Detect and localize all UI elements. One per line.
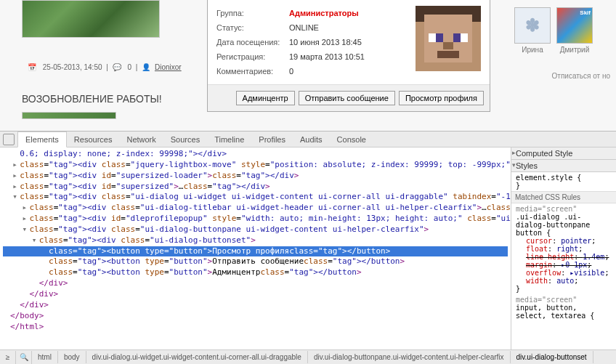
dom-node[interactable]: ▾class="tag"><div class="ui-dialog-butto… (3, 235, 508, 246)
devtools-tab-elements[interactable]: Elements (17, 132, 67, 147)
friend-item[interactable]: ✽Ирина (514, 7, 551, 54)
profile-dialog: Группа:АдминистраторыСтатус:ONLINEДата п… (207, 0, 490, 112)
post-headline[interactable]: ВОЗОБНОВЛЕНИЕ РАБОТЫ! (22, 93, 196, 105)
devtools-tab-sources[interactable]: Sources (163, 132, 207, 147)
friend-avatar[interactable]: ✽ (514, 7, 551, 44)
dom-node[interactable]: ▸class="tag"><div id="dleprofilepopup" s… (3, 214, 508, 225)
profile-field-value: 10 июня 2013 18:45 (289, 38, 362, 46)
profile-field-value: ONLINE (289, 23, 319, 32)
dom-node[interactable]: ▸class="tag"><div id="supersized-loader"… (3, 171, 508, 182)
dom-node[interactable]: </html> (3, 322, 508, 333)
profile-field-label: Группа: (216, 9, 289, 17)
calendar-icon: 📅 (28, 63, 36, 71)
computed-style-section[interactable]: Computed Style (511, 147, 616, 160)
devtools-tab-resources[interactable]: Resources (67, 132, 120, 147)
devtools-tab-profiles[interactable]: Profiles (251, 132, 293, 147)
profile-field-value: 19 марта 2013 10:51 (289, 52, 365, 61)
dom-node[interactable]: class="tag"><button type="button">Отправ… (3, 256, 508, 267)
dom-node[interactable]: </div> (3, 278, 508, 289)
css-rule[interactable]: media="screen"input, button, select, tex… (511, 294, 616, 321)
dom-node[interactable]: </body> (3, 311, 508, 322)
element-style-block[interactable]: element.style { } (516, 174, 581, 190)
breadcrumb-item[interactable]: div.ui-dialog.ui-widget.ui-widget-conten… (86, 351, 308, 363)
friend-avatar[interactable] (556, 7, 593, 44)
post-date: 25-05-2013, 14:50 (43, 63, 102, 71)
profile-field-value: 0 (289, 67, 293, 76)
console-toggle-icon[interactable]: ≥ (0, 351, 16, 364)
devtools-panel: ElementsResourcesNetworkSourcesTimelineP… (0, 131, 616, 364)
dom-node[interactable]: ▸class="tag"><div class="jquery-lightbox… (3, 160, 508, 171)
unsubscribe-link[interactable]: Отписаться от но (514, 72, 616, 80)
friend-name: Дмитрий (556, 46, 593, 54)
dom-node[interactable]: ▾class="tag"><div class="ui-dialog ui-wi… (3, 192, 508, 203)
comment-icon: 💬 (113, 63, 121, 71)
css-rule[interactable]: media="screen".ui-dialog .ui-dialog-butt… (511, 203, 616, 294)
matched-rules-header: Matched CSS Rules (511, 191, 616, 203)
elements-tree[interactable]: 0.6; display: none; z-index: 99998;"></d… (0, 147, 511, 349)
post-comments-count: 0 (127, 63, 131, 71)
devtools-menu-icon[interactable] (3, 134, 15, 145)
post-thumbnail[interactable] (22, 0, 160, 38)
dom-node[interactable]: ▾class="tag"><div class="ui-dialog-butto… (3, 225, 508, 235)
breadcrumb-item[interactable]: html (32, 351, 58, 363)
profile-field-label: Статус: (216, 23, 289, 32)
profile-field-label: Дата посещения: (216, 38, 289, 46)
profile-avatar[interactable] (416, 6, 481, 71)
user-icon: 👤 (142, 63, 150, 71)
dom-node[interactable]: 0.6; display: none; z-index: 99998;"></d… (3, 149, 508, 160)
inspect-icon[interactable]: 🔍 (16, 351, 32, 364)
profile-field-value: Администраторы (289, 9, 359, 17)
dom-node[interactable]: </div> (3, 300, 508, 311)
send-message-button[interactable]: Отправить сообщение (299, 91, 395, 105)
friend-name: Ирина (514, 46, 551, 54)
view-profile-button[interactable]: Просмотр профиля (399, 91, 484, 105)
dom-node[interactable]: class="tag"><button type="button">Админц… (3, 267, 508, 278)
devtools-tab-audits[interactable]: Audits (293, 132, 330, 147)
dom-node[interactable]: </div> (3, 289, 508, 300)
post-thumbnail-2[interactable] (22, 112, 116, 119)
dom-node[interactable]: class="tag"><button type="button">Просмо… (3, 246, 508, 257)
profile-field-label: Регистрация: (216, 52, 289, 61)
friend-item[interactable]: Дмитрий (556, 7, 593, 54)
admin-center-button[interactable]: Админцентр (236, 91, 295, 105)
devtools-tab-console[interactable]: Console (330, 132, 373, 147)
post-meta: 📅 25-05-2013, 14:50 | 💬 0 | 👤 Dionixor (25, 63, 196, 71)
styles-section[interactable]: Styles (511, 160, 616, 172)
dom-node[interactable]: ▸class="tag"><div class="ui-dialog-title… (3, 203, 508, 214)
dom-node[interactable]: ▸class="tag"><div id="supersized">…class… (3, 182, 508, 193)
post-author-link[interactable]: Dionixor (155, 63, 182, 71)
devtools-tab-timeline[interactable]: Timeline (207, 132, 251, 147)
profile-field-label: Комментариев: (216, 67, 289, 76)
breadcrumb-item[interactable]: body (58, 351, 86, 363)
breadcrumb-item[interactable]: div.ui-dialog-buttonset (511, 351, 593, 363)
devtools-tab-network[interactable]: Network (119, 132, 163, 147)
breadcrumb-item[interactable]: div.ui-dialog-buttonpane.ui-widget-conte… (308, 351, 511, 363)
styles-pane[interactable]: Computed Style Styles element.style { } … (511, 147, 616, 349)
